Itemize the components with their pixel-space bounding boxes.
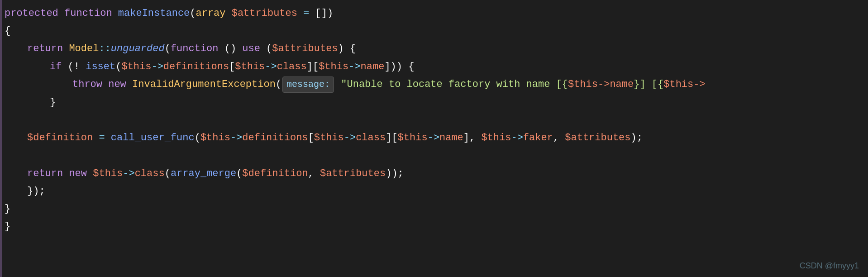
bracket3: [ bbox=[308, 130, 314, 146]
arrow1: -> bbox=[151, 59, 163, 75]
return-close: )); bbox=[386, 166, 404, 181]
code-line-2: { bbox=[0, 22, 868, 40]
bracket4: ][ bbox=[386, 130, 397, 146]
tooltip-label: message: bbox=[286, 79, 330, 90]
var-name1: name bbox=[361, 59, 385, 75]
keyword-function2: function bbox=[171, 41, 219, 57]
var-definition: $definition bbox=[27, 130, 93, 146]
arrow7: -> bbox=[511, 130, 523, 146]
isset-open: ( bbox=[115, 59, 121, 75]
close-if: ])) { bbox=[384, 59, 414, 75]
exception-open: ( bbox=[276, 76, 281, 92]
builtin-isset: isset bbox=[86, 59, 115, 75]
punct: ( bbox=[165, 41, 171, 57]
var-attributes2: $attributes bbox=[272, 41, 338, 57]
bracket2: ][ bbox=[307, 59, 319, 75]
var-class2: class bbox=[356, 130, 386, 146]
code-editor: protected function makeInstance(array $a… bbox=[0, 0, 868, 277]
comma1: ], bbox=[463, 130, 482, 146]
punct-open-paren: ( bbox=[190, 5, 196, 21]
arrow6: -> bbox=[428, 130, 439, 146]
keyword-function: function bbox=[64, 5, 118, 21]
comma2: , bbox=[553, 130, 565, 146]
watermark: CSDN @fmyyy1 bbox=[800, 259, 859, 272]
string-bracket: }] [{ bbox=[634, 76, 663, 92]
var-this8: $this bbox=[93, 166, 123, 181]
tooltip-message: message: bbox=[282, 76, 334, 93]
keyword-protected: protected bbox=[5, 5, 64, 21]
var-this5: $this bbox=[314, 130, 344, 146]
code-line-7 bbox=[0, 111, 868, 129]
keyword-throw: throw bbox=[72, 76, 108, 92]
var-class3: class bbox=[135, 166, 165, 181]
var-this7: $this bbox=[481, 130, 511, 146]
left-border-accent bbox=[0, 0, 2, 277]
code-line-11: }); bbox=[0, 182, 868, 200]
code-line-1: protected function makeInstance(array $a… bbox=[0, 5, 868, 22]
brace-open: { bbox=[5, 23, 10, 39]
if-not: (! bbox=[62, 59, 86, 75]
func-parens: () bbox=[219, 41, 243, 57]
keyword-new: new bbox=[108, 76, 132, 92]
var-attributes: $attributes bbox=[232, 5, 297, 21]
keyword-use: use bbox=[242, 41, 260, 57]
code-line-9 bbox=[0, 147, 868, 164]
new-open: ( bbox=[165, 166, 171, 181]
brace-close-func: } bbox=[5, 201, 10, 217]
var-this2: $this bbox=[235, 59, 265, 75]
var-this3: $this bbox=[319, 59, 348, 75]
punct-empty-array: []) bbox=[315, 5, 334, 21]
use-parens: ( bbox=[260, 41, 272, 57]
var-definition2: $definition bbox=[242, 166, 308, 181]
var-this1: $this bbox=[121, 59, 151, 75]
var-this-class-partial: $this-> bbox=[663, 76, 705, 92]
var-faker: faker bbox=[523, 130, 553, 146]
arrow4: -> bbox=[230, 130, 242, 146]
code-line-10: return new $this->class(array_merge($def… bbox=[0, 165, 868, 182]
op-doublecolon: :: bbox=[99, 41, 110, 57]
brace-close-if: } bbox=[50, 95, 56, 110]
builtin-array-merge: array_merge bbox=[171, 166, 236, 181]
brace-close-outer: } bbox=[5, 219, 10, 234]
arrow5: -> bbox=[344, 130, 356, 146]
funcname-unguarded: unguarded bbox=[111, 41, 165, 57]
funcname-makeInstance: makeInstance bbox=[118, 5, 190, 21]
code-line-12: } bbox=[0, 200, 868, 218]
code-line-4: if (! isset($this->definitions[$this->cl… bbox=[0, 58, 868, 76]
var-definitions1: definitions bbox=[163, 59, 229, 75]
close-unguarded: }); bbox=[27, 183, 45, 199]
arrow8: -> bbox=[123, 166, 134, 181]
call-close: ); bbox=[631, 130, 643, 146]
var-name2: name bbox=[439, 130, 463, 146]
var-class1: class bbox=[277, 59, 307, 75]
builtin-call-user-func: call_user_func bbox=[111, 130, 195, 146]
keyword-return: return bbox=[27, 41, 69, 57]
comma3: , bbox=[308, 166, 320, 181]
code-line-6: } bbox=[0, 94, 868, 111]
call-open: ( bbox=[195, 130, 200, 146]
keyword-if: if bbox=[50, 59, 62, 75]
keyword-new2: new bbox=[69, 166, 93, 181]
op-eq: = bbox=[93, 130, 111, 146]
code-line-8: $definition = call_user_func($this->defi… bbox=[0, 129, 868, 147]
var-this6: $this bbox=[398, 130, 428, 146]
keyword-return2: return bbox=[27, 166, 69, 181]
code-line-13: } bbox=[0, 218, 868, 235]
var-definitions2: definitions bbox=[242, 130, 308, 146]
classname-exception: InvalidArgumentException bbox=[132, 76, 276, 92]
code-line-5: throw new InvalidArgumentException(messa… bbox=[0, 76, 868, 94]
code-line-3: return Model::unguarded(function () use … bbox=[0, 40, 868, 57]
var-attributes3: $attributes bbox=[565, 130, 630, 146]
close-paren-brace: ) { bbox=[338, 41, 356, 57]
bracket1: [ bbox=[229, 59, 235, 75]
op-assign: = bbox=[297, 5, 315, 21]
var-attributes4: $attributes bbox=[320, 166, 386, 181]
var-this4: $this bbox=[200, 130, 230, 146]
arrow3: -> bbox=[348, 59, 360, 75]
param-array: array bbox=[196, 5, 232, 21]
merge-open: ( bbox=[236, 166, 242, 181]
classname-model: Model bbox=[69, 41, 99, 57]
string-unable: "Unable to locate factory with name [{ bbox=[335, 76, 568, 92]
arrow2: -> bbox=[265, 59, 277, 75]
var-this-name: $this->name bbox=[568, 76, 634, 92]
